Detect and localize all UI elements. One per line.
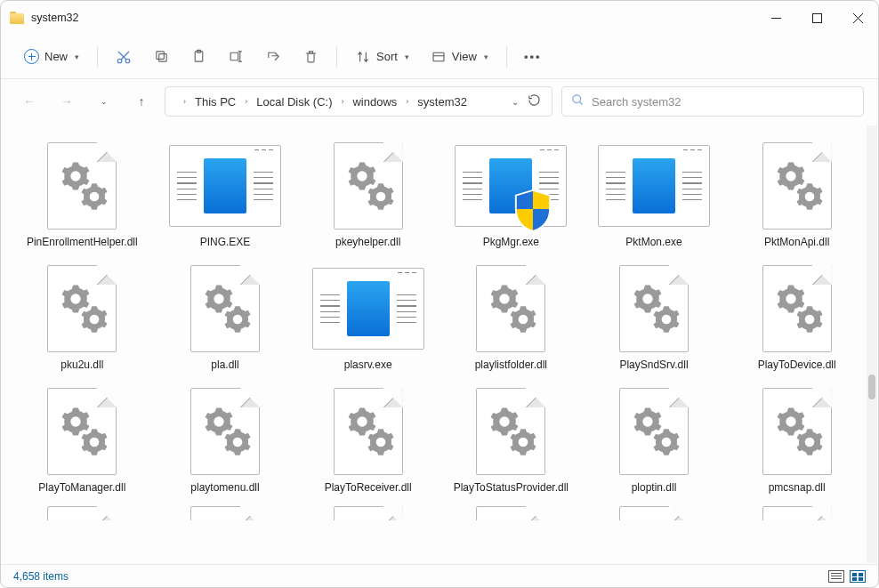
- file-name: pku2u.dll: [60, 358, 103, 371]
- file-thumbnail: [33, 506, 131, 520]
- file-item[interactable]: ploptin.dll: [585, 380, 723, 497]
- file-item[interactable]: pku2u.dll: [13, 257, 151, 375]
- scrollbar-thumb[interactable]: [868, 375, 875, 399]
- search-icon: [571, 93, 585, 110]
- file-item[interactable]: PinEnrollmentHelper.dll: [13, 134, 151, 252]
- file-item[interactable]: playtomenu.dll: [157, 380, 294, 497]
- breadcrumb-segment[interactable]: windows: [349, 93, 400, 111]
- breadcrumb-segment[interactable]: This PC: [191, 93, 239, 111]
- file-thumbnail: [33, 138, 131, 234]
- file-item[interactable]: PkgMgr.exe: [442, 134, 580, 252]
- new-label: New: [44, 50, 68, 63]
- file-name: PlayToStatusProvider.dll: [454, 481, 569, 494]
- file-thumbnail: [748, 506, 846, 520]
- chevron-down-icon: ▾: [75, 52, 79, 61]
- file-name: plasrv.exe: [344, 358, 392, 371]
- file-name: PlaySndSrv.dll: [619, 358, 688, 371]
- details-view-button[interactable]: [828, 570, 844, 583]
- file-name: PktMonApi.dll: [764, 236, 829, 248]
- minimize-button[interactable]: [755, 1, 796, 35]
- file-item[interactable]: PktMon.exe: [585, 134, 723, 252]
- close-button[interactable]: [837, 1, 878, 35]
- search-box[interactable]: [561, 86, 864, 117]
- paste-icon: [190, 49, 206, 65]
- file-thumbnail: [605, 138, 703, 234]
- file-item[interactable]: plasrv.exe: [299, 257, 437, 375]
- file-name: pkeyhelper.dll: [335, 236, 400, 248]
- file-item[interactable]: pkeyhelper.dll: [299, 134, 437, 252]
- file-thumbnail: [748, 138, 846, 234]
- refresh-button[interactable]: [528, 93, 541, 109]
- file-thumbnail: [319, 138, 417, 234]
- file-item[interactable]: pla.dll: [157, 257, 294, 375]
- file-thumbnail: [462, 138, 560, 234]
- file-thumbnail: [462, 261, 560, 357]
- share-icon: [265, 49, 281, 65]
- svg-line-19: [579, 101, 582, 104]
- view-icon: [431, 49, 447, 65]
- svg-point-18: [573, 94, 581, 102]
- share-button[interactable]: [256, 42, 290, 72]
- file-thumbnail: [33, 261, 131, 357]
- file-item[interactable]: PlaySndSrv.dll: [585, 257, 723, 375]
- file-name: PING.EXE: [200, 236, 251, 248]
- file-name: PktMon.exe: [625, 236, 681, 248]
- file-item[interactable]: PktMonApi.dll: [728, 134, 866, 252]
- cut-button[interactable]: [107, 42, 141, 72]
- breadcrumb-segment[interactable]: system32: [414, 93, 471, 111]
- file-item[interactable]: playlistfolder.dll: [442, 257, 580, 375]
- plus-circle-icon: [24, 49, 39, 64]
- file-item[interactable]: [728, 503, 866, 520]
- file-item[interactable]: pmcsnap.dll: [728, 380, 866, 497]
- recent-locations-button[interactable]: ⌄: [90, 87, 118, 116]
- file-item[interactable]: PING.EXE: [157, 134, 294, 252]
- file-thumbnail: [462, 506, 560, 520]
- view-label: View: [452, 50, 477, 63]
- sort-icon: [355, 49, 371, 65]
- file-item[interactable]: [442, 503, 580, 520]
- address-bar[interactable]: › This PC › Local Disk (C:) › windows › …: [165, 86, 552, 117]
- copy-button[interactable]: [144, 42, 178, 72]
- rename-icon: [228, 49, 244, 65]
- file-item[interactable]: [13, 503, 151, 520]
- up-button[interactable]: ↑: [127, 87, 156, 116]
- paste-button[interactable]: [181, 42, 215, 72]
- file-thumbnail: [319, 261, 417, 357]
- file-name: ploptin.dll: [632, 481, 677, 494]
- file-thumbnail: [319, 506, 417, 520]
- file-name: playtomenu.dll: [190, 481, 259, 494]
- file-item[interactable]: [157, 503, 294, 520]
- ellipsis-icon: •••: [525, 49, 541, 65]
- rename-button[interactable]: [219, 42, 253, 72]
- file-item[interactable]: PlayToManager.dll: [13, 380, 151, 497]
- chevron-down-icon[interactable]: ⌄: [512, 97, 519, 107]
- file-item[interactable]: PlayToStatusProvider.dll: [442, 380, 580, 497]
- breadcrumb-segment[interactable]: Local Disk (C:): [253, 93, 335, 111]
- search-input[interactable]: [592, 95, 854, 109]
- file-thumbnail: [748, 261, 846, 357]
- folder-icon: [10, 12, 24, 24]
- more-button[interactable]: •••: [516, 42, 550, 72]
- file-item[interactable]: PlayToReceiver.dll: [299, 380, 437, 497]
- view-button[interactable]: View ▾: [422, 42, 497, 72]
- back-button[interactable]: ←: [15, 87, 44, 116]
- file-name: pla.dll: [211, 358, 238, 371]
- file-pane[interactable]: PinEnrollmentHelper.dll PING.EXE pkeyhel…: [1, 124, 878, 564]
- svg-rect-8: [158, 54, 166, 61]
- icons-view-button[interactable]: [850, 570, 866, 583]
- scissors-icon: [116, 49, 132, 65]
- scrollbar[interactable]: [867, 125, 877, 563]
- forward-button[interactable]: →: [52, 87, 81, 116]
- sort-button[interactable]: Sort ▾: [346, 42, 418, 72]
- file-item[interactable]: PlayToDevice.dll: [728, 257, 866, 375]
- file-thumbnail: [748, 383, 846, 479]
- file-thumbnail: [176, 261, 274, 357]
- file-item[interactable]: [299, 503, 437, 520]
- maximize-button[interactable]: [796, 1, 837, 35]
- file-item[interactable]: [585, 503, 723, 520]
- copy-icon: [153, 49, 169, 65]
- delete-button[interactable]: [294, 42, 327, 72]
- new-button[interactable]: New ▾: [15, 42, 88, 72]
- title-bar: system32: [1, 1, 878, 35]
- window-title: system32: [31, 12, 79, 24]
